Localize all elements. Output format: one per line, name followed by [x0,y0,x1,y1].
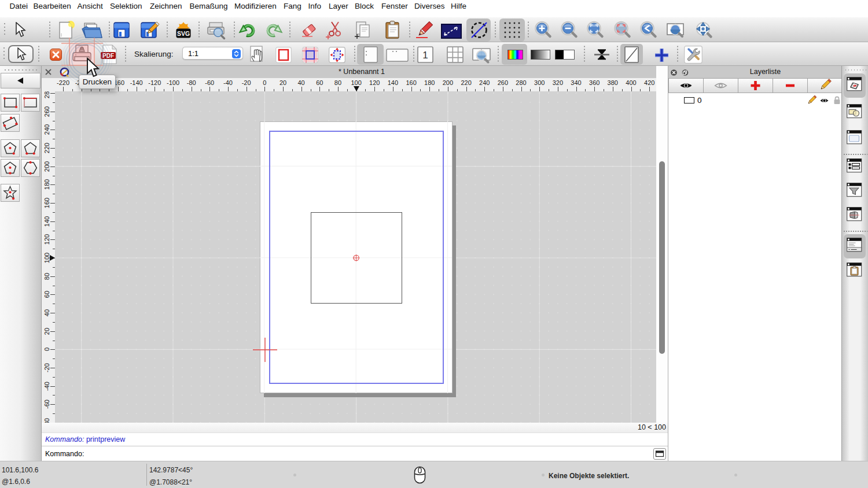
svg-text:1: 1 [422,50,428,61]
svg-text:SVG: SVG [177,30,190,37]
